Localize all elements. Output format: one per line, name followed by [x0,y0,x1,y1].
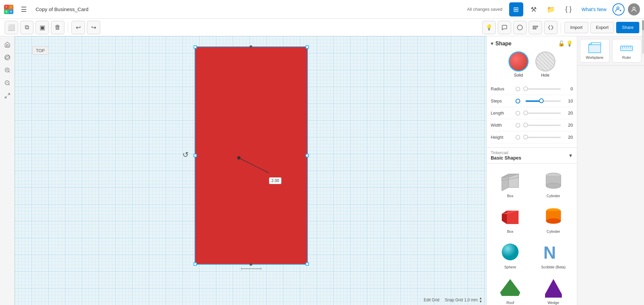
view-label: TOP [32,46,49,55]
svg-line-17 [5,96,7,98]
svg-line-10 [8,71,9,72]
hole-button[interactable]: Hole [535,51,555,78]
rotate-handle[interactable]: ↺ [182,150,189,159]
chat-button[interactable] [498,21,511,34]
radius-input[interactable] [516,87,520,91]
right-tools-top: Workplane Ruler [577,36,644,66]
shape-collapse-button[interactable]: ▾ [491,40,493,47]
shape-item-wedge[interactable]: Wedge [533,273,575,305]
height-slider[interactable] [526,137,561,138]
zoom-in-button[interactable] [2,64,13,76]
shape-light-button[interactable]: 💡 [566,40,573,47]
handle-bottom-left[interactable] [194,262,197,266]
shape-item-box-wire[interactable]: Box [489,166,531,201]
handle-mid-left[interactable] [194,154,197,157]
height-input[interactable] [516,135,520,140]
library-header: Tinkercad Basic Shapes ▼ [487,148,577,164]
frame-button[interactable]: ⬜ [5,21,18,34]
user-avatar[interactable] [628,3,640,15]
code-button[interactable]: { } [561,2,576,16]
library-dropdown-button[interactable]: ▼ [568,153,573,158]
whats-new-button[interactable]: What's New [579,7,609,12]
handle-top-left[interactable] [194,45,197,49]
workplane-button[interactable]: Workplane [580,39,609,62]
steps-value: 10 [564,98,573,103]
svg-point-29 [546,183,561,188]
document-title: Copy of Business_Card [36,6,89,12]
grid-view-button[interactable]: ⊞ [509,2,523,16]
width-input[interactable] [516,123,520,128]
shape-type-row: Solid Hole [491,51,573,78]
handle-top-right[interactable] [306,45,309,49]
shape-item-scribble[interactable]: N Scribble (Beta) [533,237,575,272]
canvas-area[interactable]: TOP ↺ 2.00 [15,36,486,305]
ruler-button[interactable]: Ruler [612,39,642,62]
svg-text:N: N [543,243,556,262]
scrollbar-indicator [642,20,644,54]
orbit-button[interactable] [2,52,13,63]
length-slider[interactable] [526,113,561,114]
add-user-button[interactable] [612,3,625,15]
handle-top-mid[interactable] [250,45,252,48]
handle-bottom-right[interactable] [306,262,309,266]
redo-button[interactable]: ↪ [87,21,100,34]
shape-item-cyl-orange[interactable]: Cylinder [533,202,575,236]
shape-header: ▾ Shape 🔓 💡 [491,40,573,47]
light-button[interactable]: 💡 [482,21,496,34]
share-button[interactable]: Share [616,22,639,33]
radius-slider[interactable] [526,88,561,90]
svg-line-19 [239,158,269,173]
shape-item-cyl-wire[interactable]: Cylinder [533,166,575,201]
scrollbar-thumb[interactable] [642,20,644,30]
delete-button[interactable]: 🗑 [51,21,64,34]
files-button[interactable]: 📁 [544,2,558,16]
workplane-label: Workplane [586,55,603,59]
shape-item-box-red[interactable]: Box [489,202,531,236]
top-bar: T I N K ☰ Copy of Business_Card All chan… [0,0,644,19]
tools-button[interactable]: ⚒ [527,2,541,16]
shape-thumb-sphere-blue [497,240,524,264]
shape-title-row: ▾ Shape [491,40,512,47]
shape-label-box-red: Box [507,229,514,233]
shape-label-sphere-blue: Sphere [504,265,516,269]
align-button[interactable] [529,21,542,34]
svg-rect-5 [533,26,538,27]
fit-view-button[interactable] [2,90,13,101]
undo-button[interactable]: ↩ [71,21,85,34]
length-input[interactable] [516,111,520,116]
shape-label-scribble: Scribble (Beta) [541,265,566,269]
mirror-button[interactable] [544,21,557,34]
selected-shape[interactable]: ↺ 2.00 [195,46,308,265]
handle-mid-right[interactable] [306,154,309,157]
length-value: 20 [564,111,573,116]
main-area: TOP ↺ 2.00 [0,36,644,305]
group-button[interactable]: ▣ [36,21,49,34]
dimension-label[interactable]: 2.00 [269,177,281,184]
snap-decrease-button[interactable]: ▼ [479,300,482,303]
select-button[interactable] [513,21,527,34]
secondary-toolbar: ⬜ ⧉ ▣ 🗑 ↩ ↪ 💡 Import Export Share [0,19,644,36]
left-sidebar [0,36,15,305]
home-view-button[interactable] [2,39,13,50]
import-button[interactable]: Import [565,22,588,33]
duplicate-button[interactable]: ⧉ [20,21,34,34]
height-label: Height [491,135,514,140]
shape-thumb-scribble: N [540,240,567,264]
shape-item-sphere-blue[interactable]: Sphere [489,237,531,272]
edit-grid-button[interactable]: Edit Grid [424,298,439,302]
svg-point-38 [546,218,561,224]
logo-k: K [9,9,13,14]
export-button[interactable]: Export [590,22,614,33]
steps-input[interactable] [516,99,520,103]
width-slider[interactable] [526,125,561,126]
steps-slider[interactable] [526,100,561,102]
ruler-icon [620,42,633,54]
width-row: Width 20 [491,119,573,131]
solid-button[interactable]: Solid [508,51,529,78]
shape-lock-button[interactable]: 🔓 [558,40,565,47]
shape-item-roof[interactable]: Roof [489,273,531,305]
properties-list: Radius 0 Steps 10 [491,83,573,143]
doc-icon-button[interactable]: ☰ [17,2,31,16]
library-provider: Tinkercad [491,150,521,155]
zoom-out-button[interactable] [2,77,13,89]
